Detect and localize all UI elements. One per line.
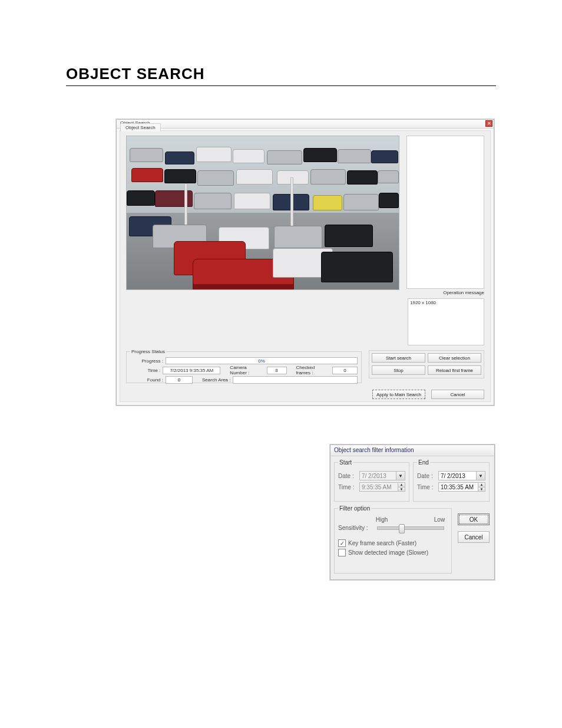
window-titlebar: Object Search ✕ [117,120,494,129]
cancel-button[interactable]: Cancel [458,531,490,543]
start-search-button[interactable]: Start search [372,353,425,363]
progress-bar: 0% [166,357,358,364]
sensitivity-low-label: Low [431,516,448,523]
dialog-title: Object search filter information [330,445,494,456]
window-body: Object Search [120,130,491,402]
reload-first-frame-button[interactable]: Reload first frame [428,365,481,375]
start-group: Start Date : 7/ 2/2013 ▼ Time : 9:35:35 … [334,459,409,502]
keyframe-checkbox[interactable]: ✓ [338,539,346,547]
progress-value: 0% [258,358,265,364]
section-divider [66,85,496,86]
stop-button[interactable]: Stop [372,365,425,375]
slider-thumb-icon[interactable] [399,524,405,533]
start-time-label: Time : [338,484,357,490]
sensitivity-high-label: High [373,516,390,523]
page-title: OBJECT SEARCH [66,65,496,83]
spinner-icon[interactable]: ▲▼ [478,483,485,491]
close-icon[interactable]: ✕ [485,120,492,127]
start-time-value: 9:35:35 AM [362,484,392,490]
camera-preview[interactable] [126,136,399,290]
results-list[interactable] [406,136,484,289]
checked-frames-value: 0 [332,367,358,374]
end-time-value: 10:35:35 AM [441,484,474,490]
time-value: 7/2/2013 9:35:35 AM [163,367,220,374]
filter-info-dialog: Object search filter information Start D… [330,444,495,580]
start-date-label: Date : [338,473,357,479]
end-legend: End [417,459,430,466]
end-group: End Date : 7/ 2/2013 ▼ Time : 10:35:35 A… [413,459,490,502]
spinner-icon: ▲▼ [398,483,405,491]
end-date-label: Date : [417,473,436,479]
keyframe-label: Key frame search (Faster) [348,540,416,546]
found-value: 0 [166,376,193,384]
show-detected-label: Show detected image (Slower) [348,549,428,556]
start-legend: Start [338,459,353,466]
filter-option-group: Filter option High Low Sensitivity : ✓ K… [334,505,452,574]
filter-legend: Filter option [338,505,371,512]
progress-label: Progress : [130,358,163,364]
progress-legend: Progress Status [130,349,166,354]
cancel-button[interactable]: Cancel [431,390,484,399]
found-label: Found : [130,377,163,383]
camera-number-label: Camera Number : [230,365,264,375]
chevron-down-icon[interactable]: ▼ [476,472,485,480]
chevron-down-icon: ▼ [396,472,405,480]
start-date-field: 7/ 2/2013 ▼ [359,471,405,480]
operation-message-box: 1920 x 1080 [408,298,484,345]
end-time-field[interactable]: 10:35:35 AM ▲▼ [438,482,485,492]
show-detected-checkbox[interactable] [338,549,346,556]
resolution-text: 1920 x 1080 [410,300,436,305]
time-label: Time : [130,368,160,373]
apply-to-main-search-button[interactable]: Apply to Main Search [372,390,425,399]
search-area-label: Search Area : [202,377,230,383]
progress-status-group: Progress Status Progress : 0% Time : 7/2… [126,349,362,383]
end-time-label: Time : [417,484,436,490]
search-area-value [233,376,358,384]
end-date-field[interactable]: 7/ 2/2013 ▼ [438,471,485,480]
checked-frames-label: Checked frames : [296,365,330,375]
sensitivity-slider[interactable] [377,526,444,530]
start-date-value: 7/ 2/2013 [362,473,386,479]
camera-number-value: 8 [267,367,287,374]
ok-button[interactable]: OK [458,513,490,525]
sensitivity-label: Sensitivity : [338,525,371,531]
clear-selection-button[interactable]: Clear selection [428,353,481,363]
action-buttons-group: Start search Clear selection Stop Reload… [369,350,484,378]
object-search-window: Object Search ✕ Object Search [116,119,494,406]
start-time-field: 9:35:35 AM ▲▼ [359,482,405,492]
end-date-value: 7/ 2/2013 [441,473,465,479]
operation-message-label: Operation message [408,290,484,295]
tab-object-search[interactable]: Object Search [120,123,161,131]
